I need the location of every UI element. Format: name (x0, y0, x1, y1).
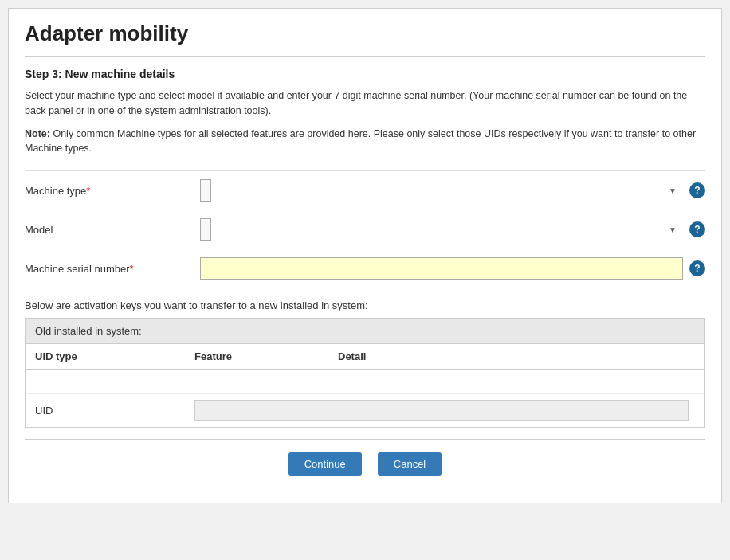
page-title: Adapter mobility (25, 22, 705, 46)
activation-table: Old installed in system: UID type Featur… (25, 318, 705, 428)
activation-description: Below are activation keys you want to tr… (25, 300, 705, 311)
model-row: Model ? (25, 210, 705, 249)
col-uid-type-header: UID type (35, 350, 194, 362)
button-row: Continue Cancel (25, 452, 705, 491)
uid-input-cell (194, 400, 695, 421)
page-container: Adapter mobility Step 3: New machine det… (8, 8, 722, 503)
machine-type-select[interactable] (200, 179, 211, 202)
col-feature-header: Feature (194, 350, 338, 362)
uid-cell-label: UID (35, 405, 194, 417)
machine-type-help-icon[interactable]: ? (689, 182, 705, 198)
step-title: Step 3: New machine details (25, 68, 705, 80)
model-select[interactable] (200, 218, 211, 241)
model-select-wrapper (200, 218, 683, 241)
table-data-row: UID (26, 394, 704, 427)
model-label: Model (25, 224, 200, 236)
model-help-icon[interactable]: ? (689, 221, 705, 237)
note-body: Only common Machine types for all select… (25, 128, 696, 155)
serial-help-icon[interactable]: ? (689, 260, 705, 276)
uid-input[interactable] (194, 400, 689, 421)
old-system-label: Old installed in system: (35, 325, 142, 337)
serial-control: ? (200, 257, 705, 280)
activation-section: Below are activation keys you want to tr… (25, 288, 705, 428)
cancel-button[interactable]: Cancel (378, 452, 442, 476)
header-section: Adapter mobility (9, 9, 721, 57)
model-control: ? (200, 218, 705, 241)
machine-type-control: ? (200, 179, 705, 202)
bottom-divider (25, 439, 705, 440)
table-empty-row (26, 370, 704, 394)
serial-required: * (130, 263, 134, 275)
machine-type-row: Machine type* ? (25, 171, 705, 210)
content-section: Step 3: New machine details Select your … (9, 57, 721, 503)
machine-type-required: * (86, 185, 90, 197)
serial-input[interactable] (200, 257, 683, 280)
continue-button[interactable]: Continue (288, 452, 362, 476)
serial-number-row: Machine serial number* ? (25, 249, 705, 288)
step-note: Note: Only common Machine types for all … (25, 127, 705, 157)
col-detail-header: Detail (338, 350, 695, 362)
step-description: Select your machine type and select mode… (25, 88, 705, 119)
table-col-headers: UID type Feature Detail (26, 344, 704, 370)
machine-type-select-wrapper (200, 179, 683, 202)
form-section: Machine type* ? Model (25, 170, 705, 288)
table-header: Old installed in system: (26, 319, 704, 344)
machine-type-label: Machine type* (25, 185, 200, 197)
note-label: Note: (25, 128, 50, 139)
serial-label: Machine serial number* (25, 263, 200, 275)
